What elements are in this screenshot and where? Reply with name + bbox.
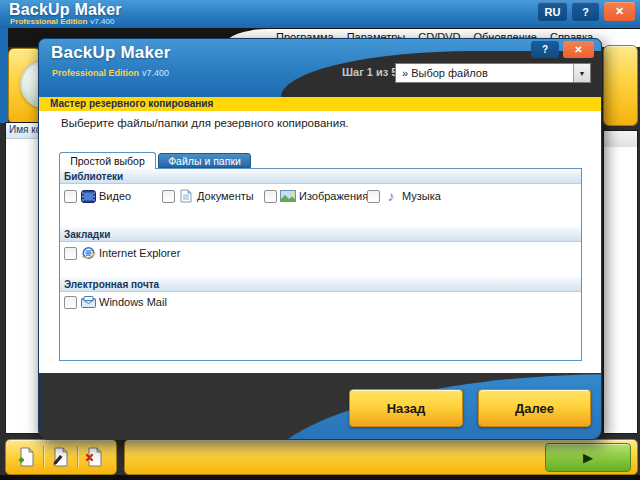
pictures-checkbox[interactable]	[264, 190, 277, 203]
right-panel-header	[604, 131, 637, 147]
edition-label: Professional Edition	[10, 17, 87, 26]
dialog-close-button[interactable]: ✕	[563, 41, 594, 58]
close-button[interactable]: ✕	[604, 2, 635, 21]
dialog-help-button[interactable]: ?	[531, 41, 559, 58]
windows-mail-checkbox[interactable]	[64, 296, 77, 309]
document-delete-icon	[83, 446, 105, 468]
step-dropdown-value: » Выбор файлов	[396, 67, 573, 79]
delete-job-button[interactable]	[80, 444, 108, 470]
checkbox-row-video[interactable]: Видео	[64, 187, 131, 205]
internet-explorer-icon	[80, 246, 96, 260]
dialog-edition-label: Professional Edition	[52, 68, 139, 78]
wizard-footer: Назад Далее	[39, 373, 601, 440]
internet-explorer-checkbox[interactable]	[64, 247, 77, 260]
toolbar-separator	[43, 446, 44, 468]
music-checkbox[interactable]	[367, 190, 380, 203]
back-button[interactable]: Назад	[349, 389, 463, 427]
next-button[interactable]: Далее	[478, 389, 591, 427]
checkbox-row-music[interactable]: ♪ Музыка	[367, 187, 441, 205]
pictures-icon	[280, 189, 296, 203]
documents-label: Документы	[197, 190, 254, 202]
video-label: Видео	[99, 190, 131, 202]
tab-simple-selection[interactable]: Простой выбор	[59, 152, 156, 169]
video-checkbox[interactable]	[64, 190, 77, 203]
right-big-button[interactable]	[603, 45, 638, 126]
checkbox-row-documents[interactable]: Документы	[162, 187, 254, 205]
main-titlebar: BackUp Maker Professional Editionv7.400 …	[0, 0, 640, 28]
run-backup-button[interactable]: ▶	[545, 443, 631, 472]
left-blue-edge	[0, 28, 8, 123]
music-label: Музыка	[402, 190, 441, 202]
edit-job-button[interactable]	[46, 444, 74, 470]
selection-box: Библиотеки Видео	[59, 168, 582, 361]
step-label: Шаг 1 из 5:	[342, 66, 401, 78]
checkbox-row-internet-explorer[interactable]: Internet Explorer	[64, 244, 180, 262]
documents-icon	[178, 189, 194, 203]
music-icon: ♪	[383, 189, 399, 203]
documents-checkbox[interactable]	[162, 190, 175, 203]
window-bottom-edge	[0, 475, 640, 480]
wizard-content: Выберите файлы/папки для резервного копи…	[39, 111, 601, 373]
section-bookmarks: Закладки	[60, 227, 581, 242]
backup-maker-app: BackUp Maker Professional Editionv7.400 …	[0, 0, 640, 480]
run-toolbar: ▶	[124, 439, 638, 475]
backup-wizard-dialog: BackUp Maker Professional Editionv7.400 …	[38, 38, 602, 440]
pictures-label: Изображения	[299, 190, 368, 202]
help-button[interactable]: ?	[572, 2, 599, 21]
checkbox-row-pictures[interactable]: Изображения	[264, 187, 368, 205]
section-email: Электронная почта	[60, 277, 581, 292]
section-libraries: Библиотеки	[60, 169, 581, 184]
step-dropdown[interactable]: » Выбор файлов ▼	[395, 63, 591, 83]
dialog-version-label: v7.400	[142, 68, 169, 78]
language-button[interactable]: RU	[538, 2, 567, 21]
app-edition: Professional Editionv7.400	[10, 17, 114, 26]
video-icon	[80, 189, 96, 203]
jobs-toolbar	[5, 439, 117, 475]
dialog-app-edition: Professional Editionv7.400	[52, 68, 169, 78]
instruction-text: Выберите файлы/папки для резервного копи…	[61, 117, 349, 129]
wizard-title-bar: Мастер резервного копирования	[39, 97, 601, 111]
play-icon: ▶	[583, 450, 593, 465]
add-job-button[interactable]	[12, 444, 40, 470]
right-side-panel[interactable]	[603, 130, 638, 434]
internet-explorer-label: Internet Explorer	[99, 247, 180, 259]
dialog-titlebar: BackUp Maker Professional Editionv7.400 …	[39, 39, 601, 97]
toolbar-separator	[77, 446, 78, 468]
chevron-down-icon: ▼	[573, 64, 590, 82]
windows-mail-icon	[80, 295, 96, 309]
document-add-icon	[15, 446, 37, 468]
tab-files-and-folders[interactable]: Файлы и папки	[158, 153, 251, 168]
version-label: v7.400	[90, 17, 114, 26]
new-backup-big-button[interactable]	[8, 48, 41, 124]
windows-mail-label: Windows Mail	[99, 296, 167, 308]
dialog-app-logo: BackUp Maker	[51, 43, 171, 63]
document-edit-icon	[49, 446, 71, 468]
jobs-column-header: Имя ко	[6, 123, 39, 139]
checkbox-row-windows-mail[interactable]: Windows Mail	[64, 293, 167, 311]
backup-jobs-list[interactable]: Имя ко	[5, 122, 40, 434]
